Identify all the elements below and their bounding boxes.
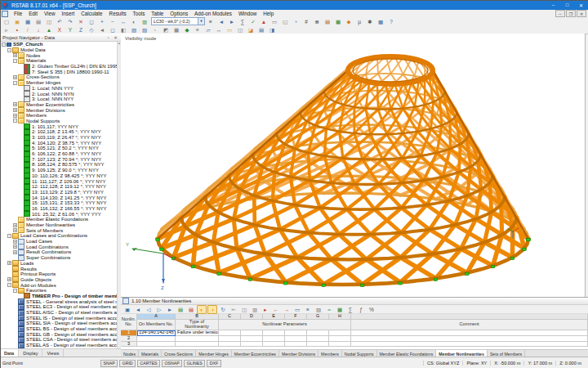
tree-item[interactable]: 2: Local; NNN NYN bbox=[0, 91, 117, 96]
calc-icon[interactable]: ∑ bbox=[345, 305, 355, 314]
tree-item[interactable]: STEEL - General stress analysis of steel… bbox=[0, 298, 117, 304]
check-model-icon[interactable]: ✓ bbox=[248, 17, 258, 26]
redo-icon[interactable]: ↷ bbox=[65, 17, 75, 26]
cell-parameter[interactable] bbox=[219, 342, 241, 348]
menu-options[interactable]: Options bbox=[167, 10, 191, 17]
tree-item[interactable]: 2: 102,118; Z 13.45 °; YYY NYY bbox=[0, 129, 117, 135]
minimize-button[interactable]: – bbox=[546, 0, 560, 10]
cell-parameter[interactable] bbox=[307, 330, 329, 336]
menu-file[interactable]: File bbox=[11, 10, 25, 17]
table-first-icon[interactable]: ◄ bbox=[133, 305, 143, 314]
help-icon[interactable]: ? bbox=[386, 17, 396, 26]
cell-parameter[interactable] bbox=[241, 336, 263, 342]
printout-report-icon[interactable]: ▤ bbox=[323, 17, 332, 26]
menu-window[interactable]: Window bbox=[235, 10, 260, 17]
zoom-out-icon[interactable]: − bbox=[108, 17, 118, 26]
tree-item[interactable]: -SSP_Church bbox=[0, 42, 117, 47]
mdi-minimize-button[interactable]: – bbox=[555, 10, 565, 17]
previous-view-icon[interactable]: ◄ bbox=[97, 25, 107, 34]
cell-comment[interactable] bbox=[351, 342, 588, 348]
collapse-icon[interactable]: - bbox=[7, 48, 11, 52]
tree-item[interactable]: STEEL AS - Design of steel members accor… bbox=[0, 343, 117, 348]
fx-icon[interactable]: ƒ bbox=[356, 305, 366, 314]
view-y-icon[interactable]: Y bbox=[65, 25, 75, 34]
cell-parameter[interactable] bbox=[241, 330, 263, 336]
show-results-icon[interactable]: ▲ bbox=[259, 17, 269, 26]
show-all-icon[interactable]: ◻ bbox=[108, 25, 118, 34]
sync-graphic-icon[interactable]: ◐ bbox=[197, 305, 207, 314]
open-model-icon[interactable]: ▣ bbox=[12, 17, 22, 26]
new-window-icon[interactable]: ◱ bbox=[280, 17, 290, 26]
previous-load-case-icon[interactable]: ◄ bbox=[216, 17, 226, 26]
tree-item[interactable]: 5: 105,121; Z 50.2 °; YYY NYY bbox=[0, 146, 117, 151]
rotate-view-icon[interactable]: ◐ bbox=[129, 17, 139, 26]
cell-parameter[interactable] bbox=[285, 336, 307, 342]
expand-icon[interactable]: + bbox=[13, 240, 17, 244]
show-supports-icon[interactable]: ▲ bbox=[44, 25, 54, 34]
select-arrow-icon[interactable]: ▹ bbox=[2, 25, 11, 34]
tree-item[interactable]: 12: 112,128; Z 119.12 °; YYY NYY bbox=[0, 184, 117, 190]
collapse-icon[interactable]: - bbox=[13, 289, 17, 293]
guidelines-icon[interactable]: ≡ bbox=[193, 25, 203, 34]
menu-view[interactable]: View bbox=[41, 10, 59, 17]
menu-edit[interactable]: Edit bbox=[25, 10, 41, 17]
work-plane-icon[interactable]: ▱ bbox=[203, 25, 213, 34]
visibility-numbers-icon[interactable]: ▨ bbox=[140, 25, 149, 34]
table-toggle-icon[interactable]: ▤ bbox=[256, 25, 266, 34]
load-case-combobox[interactable]: LC30 - wk,0°,(-0,2)▼ bbox=[151, 17, 205, 25]
tree-item[interactable]: -Materials bbox=[0, 58, 117, 64]
expand-icon[interactable]: + bbox=[13, 245, 17, 249]
mark-right-icon[interactable]: → bbox=[282, 305, 292, 314]
tree-item[interactable]: STEEL CSA - Design of steel members acco… bbox=[0, 337, 117, 343]
column-letter-E[interactable]: E bbox=[263, 314, 285, 320]
menu-insert[interactable]: Insert bbox=[59, 10, 78, 17]
menu-results[interactable]: Results bbox=[106, 10, 130, 17]
table-prev-icon[interactable]: ◁ bbox=[144, 305, 154, 314]
tree-item[interactable]: Member Elastic Foundations bbox=[0, 217, 117, 222]
expand-icon[interactable]: + bbox=[13, 75, 17, 79]
menu-calculate[interactable]: Calculate bbox=[78, 10, 105, 17]
copy-row-icon[interactable]: ◫ bbox=[239, 305, 249, 314]
tree-item[interactable]: 8: 108,124; Z 80.575 °; YYY NYY bbox=[0, 162, 117, 168]
expand-icon[interactable]: + bbox=[13, 114, 17, 118]
cell-type-of-nonlinearity[interactable] bbox=[176, 336, 219, 342]
expand-icon[interactable]: + bbox=[13, 102, 17, 106]
cell-on-members[interactable] bbox=[137, 336, 176, 342]
column-letter-H[interactable]: H bbox=[329, 314, 351, 320]
paste-row-icon[interactable]: ▥ bbox=[250, 305, 260, 314]
snap-icon[interactable]: ◆ bbox=[182, 25, 192, 34]
cell-parameter[interactable] bbox=[329, 336, 351, 342]
collapse-icon[interactable]: - bbox=[13, 59, 17, 63]
pan-view-icon[interactable]: ↔ bbox=[118, 17, 128, 26]
expand-icon[interactable]: + bbox=[7, 277, 11, 281]
tree-item[interactable]: +Cross-Sections bbox=[0, 74, 117, 80]
tree-item[interactable]: 2: Glulam Timber GL24h | DIN EN 1995-1-1… bbox=[0, 64, 117, 70]
sync-selection-icon[interactable]: ◑ bbox=[207, 305, 217, 314]
collapse-icon[interactable]: - bbox=[13, 81, 17, 85]
collapse-icon[interactable]: - bbox=[7, 234, 11, 238]
expand-icon[interactable]: + bbox=[13, 250, 17, 254]
display-properties-icon[interactable]: ≣ bbox=[312, 17, 322, 26]
clipping-plane-icon[interactable]: ◧ bbox=[118, 25, 128, 34]
tree-item[interactable]: 7: 107,123; Z 70.94 °; YYY NYY bbox=[0, 156, 117, 162]
dlubal-tools-icon[interactable]: ◆ bbox=[344, 17, 354, 26]
pick-icon[interactable]: ▭ bbox=[292, 305, 302, 314]
cell-type-of-nonlinearity[interactable] bbox=[176, 342, 219, 348]
tree-item[interactable]: +Result Combinations bbox=[0, 249, 117, 255]
excel-export-icon[interactable]: ▦ bbox=[333, 17, 343, 26]
settings-icon[interactable]: ✱ bbox=[365, 17, 375, 26]
font-icon[interactable]: ≈ bbox=[324, 305, 334, 314]
column-letter-C[interactable]: C bbox=[219, 314, 241, 320]
mark-start-icon[interactable]: ▸ bbox=[261, 305, 270, 314]
tree-item[interactable]: 10: 110,126; Z 98.425 °; YYY NYY bbox=[0, 173, 117, 179]
undo-icon[interactable]: ↶ bbox=[55, 17, 65, 26]
table-jump-icon[interactable]: ▣ bbox=[122, 305, 132, 314]
load-case-icon[interactable]: ▥ bbox=[140, 17, 149, 26]
isometric-view-icon[interactable]: ◇ bbox=[87, 25, 96, 34]
table-last-icon[interactable]: ► bbox=[165, 305, 175, 314]
cell-on-members[interactable]: 134-140,142-145 bbox=[137, 330, 176, 336]
load-case-list-icon[interactable]: ≡ bbox=[206, 17, 216, 26]
column-letter-F[interactable]: F bbox=[285, 314, 307, 320]
export-excel-icon[interactable]: ▦ bbox=[335, 305, 345, 314]
copy-icon[interactable]: ◫ bbox=[44, 17, 54, 26]
